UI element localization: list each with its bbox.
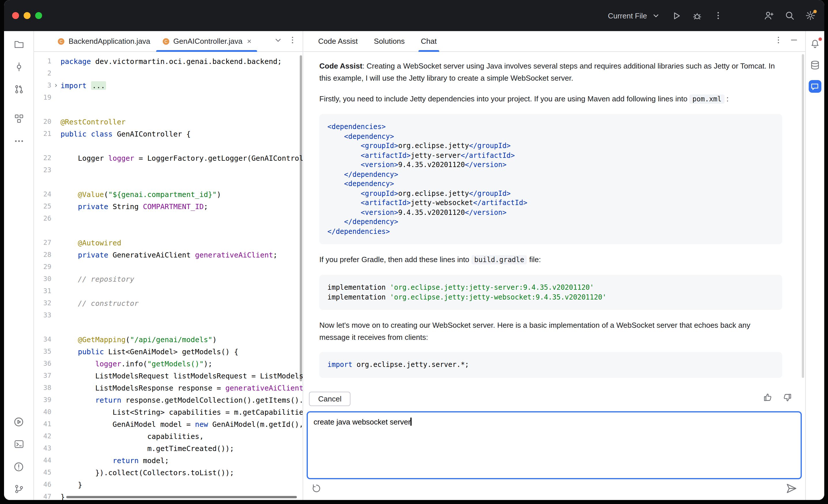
editor-line[interactable]: 19	[34, 92, 303, 104]
line-number[interactable]	[34, 140, 51, 152]
line-number[interactable]: 30	[34, 273, 51, 285]
editor-line[interactable]: 37 ListModelsRequest listModelsRequest =…	[34, 370, 303, 382]
editor-line[interactable]: 38 ListModelsResponse response = generat…	[34, 382, 303, 394]
cancel-button[interactable]: Cancel	[309, 392, 351, 406]
editor-line[interactable]: 42 capabilities,	[34, 430, 303, 442]
editor-line[interactable]: 35 public List<GenAiModel> getModels() {	[34, 346, 303, 358]
editor-line[interactable]: 31	[34, 285, 303, 297]
fold-expand-icon[interactable]: ›	[51, 80, 60, 92]
line-number[interactable]: 31	[34, 285, 51, 297]
editor-line[interactable]: 3›import ...	[34, 80, 303, 92]
run-button-icon[interactable]	[671, 10, 682, 21]
window-minimize-button[interactable]	[24, 12, 31, 19]
more-actions-icon[interactable]	[712, 10, 724, 21]
thumbs-down-icon[interactable]	[782, 392, 792, 405]
editor-line[interactable]: 29	[34, 261, 303, 273]
editor-tab-backendapplication[interactable]: C BackendApplication.java	[51, 31, 156, 51]
more-tool-windows-icon[interactable]	[12, 135, 25, 147]
editor-line[interactable]	[34, 321, 303, 333]
editor-line[interactable]: 28 private GenerativeAiClient generative…	[34, 249, 303, 261]
line-number[interactable]: 35	[34, 346, 51, 358]
line-number[interactable]: 47	[34, 491, 51, 500]
editor-line[interactable]: 27 @Autowired	[34, 237, 303, 249]
code-with-me-icon[interactable]	[763, 10, 774, 21]
version-control-icon[interactable]	[12, 483, 25, 495]
editor-line[interactable]: 21public class GenAIController {	[34, 128, 303, 140]
line-number[interactable]	[34, 176, 51, 188]
run-tool-icon[interactable]	[12, 415, 25, 428]
line-number[interactable]: 37	[34, 370, 51, 382]
editor-line[interactable]: 46 }	[34, 479, 303, 491]
thumbs-up-icon[interactable]	[762, 392, 773, 405]
editor-line[interactable]: 30 // repository	[34, 273, 303, 285]
editor-line[interactable]	[34, 225, 303, 237]
editor-line[interactable]: 20@RestController	[34, 116, 303, 128]
code-editor[interactable]: 1package dev.victormartin.oci.genai.back…	[34, 52, 303, 500]
terminal-icon[interactable]	[12, 438, 25, 450]
editor-line[interactable]: 25 private String COMPARTMENT_ID;	[34, 200, 303, 213]
editor-line[interactable]: 26	[34, 213, 303, 225]
line-number[interactable]: 34	[34, 333, 51, 346]
line-number[interactable]	[34, 104, 51, 116]
line-number[interactable]: 23	[34, 164, 51, 176]
line-number[interactable]: 20	[34, 116, 51, 128]
panel-minimize-icon[interactable]	[789, 36, 798, 47]
editor-line[interactable]: 23	[34, 164, 303, 176]
code-assist-tool-icon[interactable]	[809, 80, 821, 93]
tab-chat[interactable]: Chat	[421, 31, 437, 51]
line-number[interactable]: 22	[34, 152, 51, 164]
editor-line[interactable]: 2	[34, 67, 303, 80]
tab-code-assist[interactable]: Code Assist	[318, 31, 358, 51]
editor-vertical-scrollbar[interactable]	[300, 55, 302, 381]
line-number[interactable]: 21	[34, 128, 51, 140]
panel-options-kebab-icon[interactable]	[774, 36, 782, 47]
line-number[interactable]: 25	[34, 200, 51, 213]
line-number[interactable]: 44	[34, 454, 51, 466]
line-number[interactable]: 28	[34, 249, 51, 261]
settings-gear-icon[interactable]	[804, 10, 816, 21]
line-number[interactable]: 33	[34, 309, 51, 321]
line-number[interactable]: 24	[34, 188, 51, 200]
tab-close-icon[interactable]: ×	[247, 37, 251, 46]
editor-line[interactable]	[34, 104, 303, 116]
notifications-bell-icon[interactable]	[809, 38, 821, 50]
editor-line[interactable]: 41 GenAiModel model = new GenAiModel(m.g…	[34, 418, 303, 430]
line-number[interactable]: 27	[34, 237, 51, 249]
line-number[interactable]: 40	[34, 406, 51, 418]
line-number[interactable]: 26	[34, 213, 51, 225]
regenerate-icon[interactable]	[311, 483, 322, 496]
line-number[interactable]: 42	[34, 430, 51, 442]
window-close-button[interactable]	[12, 12, 19, 19]
problems-icon[interactable]	[12, 460, 25, 473]
editor-line[interactable]: 32 // constructor	[34, 297, 303, 309]
editor-line[interactable]: 1package dev.victormartin.oci.genai.back…	[34, 55, 303, 67]
run-config-selector[interactable]: Current File	[608, 10, 661, 21]
line-number[interactable]: 45	[34, 466, 51, 479]
structure-icon[interactable]	[12, 112, 25, 125]
editor-line[interactable]: 45 }).collect(Collectors.toList());	[34, 466, 303, 479]
editor-line[interactable]: 44 return model;	[34, 454, 303, 466]
line-number[interactable]: 41	[34, 418, 51, 430]
line-number[interactable]: 1	[34, 55, 51, 67]
editor-tab-genaicontroller[interactable]: C GenAIController.java ×	[156, 31, 257, 51]
line-number[interactable]: 46	[34, 479, 51, 491]
editor-options-kebab-icon[interactable]	[288, 36, 297, 47]
line-number[interactable]: 2	[34, 67, 51, 80]
editor-line[interactable]: 47}	[34, 491, 303, 500]
search-icon[interactable]	[784, 10, 795, 21]
commit-icon[interactable]	[12, 60, 25, 73]
editor-line[interactable]: 22 Logger logger = LoggerFactory.getLogg…	[34, 152, 303, 164]
editor-line[interactable]	[34, 140, 303, 152]
database-icon[interactable]	[809, 59, 821, 72]
editor-line[interactable]	[34, 176, 303, 188]
chat-input[interactable]: create java websocket server	[307, 411, 801, 479]
line-number[interactable]: 32	[34, 297, 51, 309]
line-number[interactable]: 36	[34, 358, 51, 370]
line-number[interactable]: 19	[34, 92, 51, 104]
line-number[interactable]	[34, 225, 51, 237]
tab-solutions[interactable]: Solutions	[374, 31, 405, 51]
send-icon[interactable]	[785, 483, 797, 497]
line-number[interactable]: 29	[34, 261, 51, 273]
tab-list-chevron-icon[interactable]	[274, 36, 282, 47]
editor-line[interactable]: 34 @GetMapping("/api/genai/models")	[34, 333, 303, 346]
